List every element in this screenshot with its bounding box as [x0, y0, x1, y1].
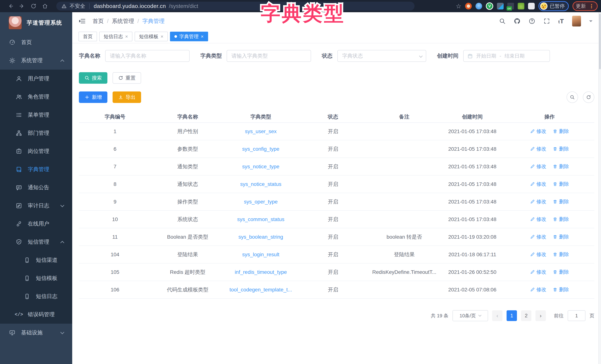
edit-button[interactable]: 修改	[530, 251, 546, 258]
sidebar-item-dict[interactable]: 字典管理	[0, 160, 72, 179]
avatar-caret-icon[interactable]	[589, 20, 592, 24]
logo-avatar	[9, 16, 22, 30]
dict-type-link[interactable]: sys_notice_status	[240, 181, 281, 187]
browser-menu-dots-icon[interactable]: ⋮	[589, 3, 594, 10]
sidebar-item-departments[interactable]: 部门管理	[0, 124, 72, 142]
extension-icon-grid[interactable]	[497, 3, 504, 10]
sidebar-item-sms-log[interactable]: 短信日志	[0, 287, 72, 305]
page-button-2[interactable]: 2	[521, 310, 531, 321]
sidebar-collapse-icon[interactable]	[79, 17, 86, 25]
browser-forward-icon[interactable]	[16, 2, 28, 10]
dict-type-link[interactable]: sys_login_result	[242, 252, 279, 257]
edit-button[interactable]: 修改	[530, 198, 546, 205]
tab-home[interactable]: 首页	[79, 32, 97, 41]
sidebar-item-menus[interactable]: 菜单管理	[0, 106, 72, 124]
help-icon[interactable]	[529, 18, 535, 24]
refresh-table-button[interactable]	[583, 91, 594, 103]
dict-type-link[interactable]: inf_redis_timeout_type	[235, 269, 287, 275]
edit-button[interactable]: 修改	[530, 163, 546, 170]
delete-button[interactable]: 删除	[553, 128, 569, 135]
prev-page-button[interactable]: ‹	[492, 310, 502, 321]
dict-name-input[interactable]	[105, 50, 190, 62]
sidebar-item-notices[interactable]: 通知公告	[0, 179, 72, 197]
next-page-button[interactable]: ›	[535, 310, 546, 321]
export-button[interactable]: 导出	[113, 91, 141, 103]
sidebar-item-home[interactable]: 首页	[0, 33, 72, 51]
breadcrumb-home[interactable]: 首页	[93, 17, 104, 25]
paused-extension-badge[interactable]: 已暂停	[538, 1, 569, 11]
dict-type-link[interactable]: sys_notice_type	[242, 164, 279, 169]
tab-close-icon[interactable]: ×	[201, 34, 203, 40]
sidebar-item-sms[interactable]: 短信管理	[0, 233, 72, 251]
window-scrollbar[interactable]	[598, 12, 601, 364]
page-button-1[interactable]: 1	[507, 310, 517, 321]
delete-button[interactable]: 删除	[553, 286, 569, 293]
delete-button[interactable]: 删除	[553, 251, 569, 258]
dict-type-link[interactable]: sys_common_status	[237, 216, 284, 222]
bookmark-star-icon[interactable]: ☆	[456, 2, 461, 10]
sidebar-item-users[interactable]: 用户管理	[0, 70, 72, 88]
tab-close-icon[interactable]: ×	[125, 34, 128, 40]
sidebar-item-sms-channel[interactable]: 短信渠道	[0, 251, 72, 269]
cell-status: 开启	[297, 140, 369, 158]
edit-button[interactable]: 修改	[530, 233, 546, 240]
goto-page-input[interactable]	[568, 310, 585, 321]
sidebar-item-online-users[interactable]: 在线用户	[0, 215, 72, 233]
add-button[interactable]: 新增	[79, 91, 107, 103]
edit-button[interactable]: 修改	[530, 145, 546, 152]
browser-back-icon[interactable]	[5, 2, 16, 10]
dict-type-link[interactable]: sys_oper_type	[244, 199, 278, 205]
sidebar-item-infrastructure[interactable]: 基础设施	[0, 324, 72, 342]
sidebar-item-sms-template[interactable]: 短信模板	[0, 269, 72, 287]
page-size-select[interactable]: 10条/页	[452, 310, 488, 321]
edit-button[interactable]: 修改	[530, 128, 546, 135]
reset-button[interactable]: 重置	[113, 72, 141, 84]
sidebar-item-posts[interactable]: 岗位管理	[0, 142, 72, 160]
edit-button[interactable]: 修改	[530, 286, 546, 293]
browser-reload-icon[interactable]	[28, 2, 39, 10]
delete-button[interactable]: 删除	[553, 145, 569, 152]
fullscreen-icon[interactable]	[543, 18, 550, 24]
extension-icon-plant[interactable]	[518, 3, 524, 10]
address-bar[interactable]: 不安全 dashboard.yudao.iocoder.cn/system/di…	[56, 2, 415, 10]
search-icon[interactable]	[499, 18, 506, 24]
extension-icon-on-badge[interactable]: on	[507, 3, 514, 10]
show-search-toggle-button[interactable]	[567, 91, 578, 103]
dict-type-link[interactable]: sys_boolean_string	[239, 234, 283, 240]
sidebar-item-roles[interactable]: 角色管理	[0, 88, 72, 106]
dict-type-input[interactable]	[227, 50, 311, 62]
search-button[interactable]: 搜索	[79, 72, 107, 84]
dict-type-link[interactable]: sys_config_type	[242, 146, 279, 152]
delete-button[interactable]: 删除	[553, 181, 569, 187]
delete-button[interactable]: 删除	[553, 198, 569, 205]
delete-button[interactable]: 删除	[553, 163, 569, 170]
browser-update-button[interactable]: 更新 ⋮	[572, 1, 598, 11]
delete-button[interactable]: 删除	[553, 233, 569, 240]
tab-close-icon[interactable]: ×	[160, 34, 163, 40]
browser-home-icon[interactable]	[39, 2, 51, 10]
edit-button[interactable]: 修改	[530, 216, 546, 222]
dict-type-link[interactable]: tool_codegen_template_t...	[230, 287, 292, 293]
sidebar-item-system[interactable]: 系统管理	[0, 51, 72, 70]
delete-button[interactable]: 删除	[553, 216, 569, 222]
edit-button[interactable]: 修改	[530, 269, 546, 275]
extension-icon-green-v[interactable]: V	[486, 2, 493, 10]
user-avatar[interactable]	[572, 16, 581, 27]
tab-dict-active[interactable]: 字典管理 ×	[170, 32, 208, 41]
extension-icon-blue-gem[interactable]	[475, 3, 482, 10]
dict-type-link[interactable]: sys_user_sex	[245, 129, 277, 134]
breadcrumb-system[interactable]: 系统管理	[112, 17, 134, 25]
github-icon[interactable]	[514, 18, 521, 24]
sidebar-item-audit-log[interactable]: 审计日志	[0, 197, 72, 215]
scrollbar-thumb[interactable]	[599, 14, 601, 69]
tab-sms-template[interactable]: 短信模板 ×	[135, 32, 168, 41]
sidebar-item-error-codes[interactable]: </> 错误码管理	[0, 305, 72, 324]
date-range-picker[interactable]: 开始日期 - 结束日期	[463, 50, 550, 62]
tab-sms-log[interactable]: 短信日志 ×	[99, 32, 132, 41]
extension-icon-orange-ring[interactable]	[465, 3, 472, 10]
extensions-puzzle-icon[interactable]	[528, 3, 535, 10]
edit-button[interactable]: 修改	[530, 181, 546, 187]
font-size-icon[interactable]: tT	[558, 18, 564, 25]
status-select[interactable]	[337, 50, 426, 62]
delete-button[interactable]: 删除	[553, 269, 569, 275]
